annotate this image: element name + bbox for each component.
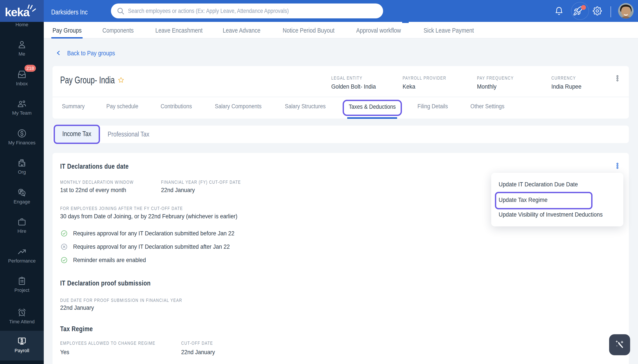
svg-text:keka: keka	[5, 6, 30, 18]
